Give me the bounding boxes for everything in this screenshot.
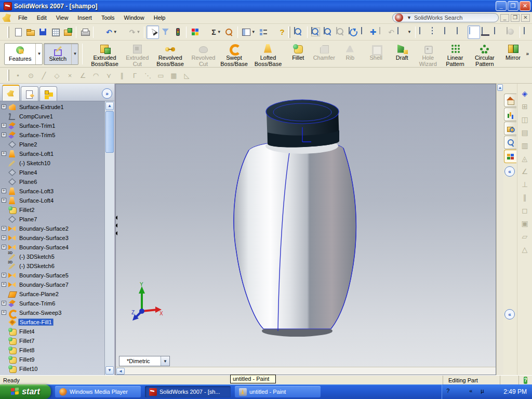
- bottle-model[interactable]: [228, 96, 363, 345]
- expand-plus-icon[interactable]: [2, 310, 6, 315]
- menu-item[interactable]: Edit: [32, 13, 51, 22]
- lofted-boss-button[interactable]: Lofted Boss/Base: [251, 42, 285, 66]
- zoom-selection-button[interactable]: [335, 25, 347, 39]
- print-button[interactable]: [78, 25, 91, 39]
- tree-item-compcurve1[interactable]: CompCurve1: [0, 112, 104, 121]
- polygon-tool[interactable]: ◇: [50, 69, 63, 82]
- expand-plus-icon[interactable]: [2, 151, 6, 156]
- rib-button[interactable]: Rib: [337, 42, 363, 66]
- tree-item-surface-trim5[interactable]: Surface-Trim5: [0, 130, 104, 140]
- expand-plus-icon[interactable]: [2, 226, 6, 231]
- tree-item-fillet9[interactable]: Fillet9: [0, 355, 104, 364]
- tray-restore-icon[interactable]: [458, 388, 466, 396]
- tree-item-surface-loft4[interactable]: Surface-Loft4: [0, 196, 104, 205]
- design-check-button[interactable]: [223, 25, 235, 39]
- home-tab[interactable]: [504, 94, 516, 107]
- hidden-lines-visible-button[interactable]: [430, 25, 443, 39]
- extruded-boss-button[interactable]: Extruded Boss/Base: [85, 42, 124, 66]
- expand-plus-icon[interactable]: [2, 245, 6, 249]
- swept-boss-button[interactable]: Swept Boss/Base: [217, 42, 251, 66]
- custom-properties-tab[interactable]: [504, 150, 516, 163]
- tree-item-boundary-surface3[interactable]: Boundary-Surface3: [0, 233, 104, 243]
- rotate-view-button[interactable]: [347, 25, 360, 39]
- previous-view-button[interactable]: ↶: [378, 25, 396, 39]
- revolved-boss-button[interactable]: Revolved Boss/Base: [151, 42, 190, 66]
- shell-button[interactable]: Shell: [363, 42, 389, 66]
- zoom-fit-button[interactable]: [292, 25, 305, 39]
- design-library-tab[interactable]: [504, 108, 516, 121]
- toolbar-grip[interactable]: [7, 70, 9, 81]
- search-tab[interactable]: [504, 136, 516, 149]
- search-caret-icon[interactable]: ▼: [407, 15, 411, 20]
- scroll-thumb[interactable]: [105, 111, 114, 153]
- tree-item-surface-loft3[interactable]: Surface-Loft3: [0, 187, 104, 196]
- tree-item-boundary-surface2[interactable]: Boundary-Surface2: [0, 224, 104, 233]
- tray-search-icon[interactable]: [492, 388, 500, 396]
- expand-plus-icon[interactable]: [2, 123, 6, 128]
- center-mark-button[interactable]: ▣: [518, 217, 531, 230]
- expand-plus-icon[interactable]: [2, 104, 6, 109]
- tree-item-3dsketch5[interactable]: (-) 3DSketch5: [0, 252, 104, 261]
- points-tool[interactable]: ⋱: [141, 69, 154, 82]
- fillet-button[interactable]: Fillet: [285, 42, 311, 66]
- menu-item[interactable]: Insert: [73, 13, 97, 22]
- expand-plus-icon[interactable]: [2, 235, 6, 240]
- file-explorer-tab[interactable]: [504, 122, 516, 135]
- tree-item-fillet4[interactable]: Fillet4: [0, 327, 104, 336]
- restore-button[interactable]: ❐: [508, 1, 518, 11]
- mode-caret-icon[interactable]: ▼: [35, 44, 42, 64]
- surface-finish-button[interactable]: ∠: [518, 165, 531, 178]
- viewport-vscrollbar[interactable]: ▲: [496, 84, 503, 375]
- redo-button[interactable]: ↷▼: [119, 25, 142, 39]
- zoom-area-button[interactable]: [310, 25, 322, 39]
- baseline-dimension-button[interactable]: ▤: [518, 126, 531, 139]
- dropdown-caret-icon[interactable]: ▼: [113, 30, 117, 34]
- panel-expand-button[interactable]: »: [102, 88, 112, 99]
- undo-button[interactable]: ↶▼: [96, 25, 119, 39]
- toolbar-overflow-chevron[interactable]: »: [526, 51, 529, 57]
- tree-item-fillet7[interactable]: Fillet7: [0, 336, 104, 345]
- mode-caret-icon[interactable]: ▼: [71, 44, 78, 64]
- configmanager-tab[interactable]: [39, 86, 57, 101]
- vertical-dimension-button[interactable]: ◫: [518, 113, 531, 126]
- balloon-button[interactable]: ◬: [518, 152, 531, 165]
- mirror-button[interactable]: Mirror: [500, 42, 526, 66]
- mirror-tool[interactable]: ⋎: [102, 69, 115, 82]
- menu-item[interactable]: Window: [119, 13, 149, 22]
- shaded-button[interactable]: [468, 25, 480, 39]
- angle-tool[interactable]: ∠: [76, 69, 89, 82]
- scroll-left-icon[interactable]: ◄: [116, 368, 125, 375]
- tray-help-icon[interactable]: ?: [446, 388, 455, 396]
- table-button[interactable]: △: [518, 243, 531, 256]
- dimension-tool[interactable]: ▭: [154, 69, 167, 82]
- tree-item-surface-extrude1[interactable]: Surface-Extrude1: [0, 102, 104, 112]
- grid-tool[interactable]: ▦: [167, 69, 180, 82]
- tree-item-sketch10[interactable]: (-) Sketch10: [0, 158, 104, 168]
- taskbar-solidworks-button[interactable]: SolidWorks 2007 - [sh...: [145, 386, 231, 397]
- perpendicular-tool[interactable]: Γ: [128, 69, 141, 82]
- extruded-cut-button[interactable]: Extruded Cut: [124, 42, 151, 66]
- chamfer-button[interactable]: Chamfer: [311, 42, 337, 66]
- doc-minimize-button[interactable]: _: [500, 14, 509, 22]
- tree-item-fillet8[interactable]: Fillet8: [0, 345, 104, 355]
- tree-scrollbar[interactable]: ▲ ▼: [104, 101, 114, 375]
- dropdown-caret-icon[interactable]: ▼: [407, 30, 411, 34]
- expand-plus-icon[interactable]: [2, 282, 6, 287]
- tray-collapse-icon[interactable]: «: [469, 388, 477, 396]
- color-swatch-button[interactable]: [189, 25, 201, 39]
- menu-item[interactable]: View: [51, 13, 73, 22]
- expand-plus-icon[interactable]: [2, 273, 6, 277]
- tree-item-boundary-surface7[interactable]: Boundary-Surface7: [0, 280, 104, 289]
- horizontal-dimension-button[interactable]: ⊞: [518, 100, 531, 113]
- datum-feature-button[interactable]: ∥: [518, 191, 531, 204]
- tree-item-surface-fill1[interactable]: Surface-Fill1: [0, 317, 104, 327]
- shadows-button[interactable]: [480, 25, 493, 39]
- expand-plus-icon[interactable]: [2, 189, 6, 193]
- tree-item-surface-sweep3[interactable]: Surface-Sweep3: [0, 308, 104, 317]
- quick-tips-cell[interactable]: ?: [518, 376, 532, 384]
- smart-dimension-button[interactable]: ◈: [518, 87, 531, 100]
- doc-close-button[interactable]: ✕: [521, 14, 530, 22]
- taskbar-paint-button[interactable]: untitled - Paint: [235, 386, 321, 397]
- hidden-lines-removed-button[interactable]: [443, 25, 455, 39]
- make-drawing-button[interactable]: [49, 25, 61, 39]
